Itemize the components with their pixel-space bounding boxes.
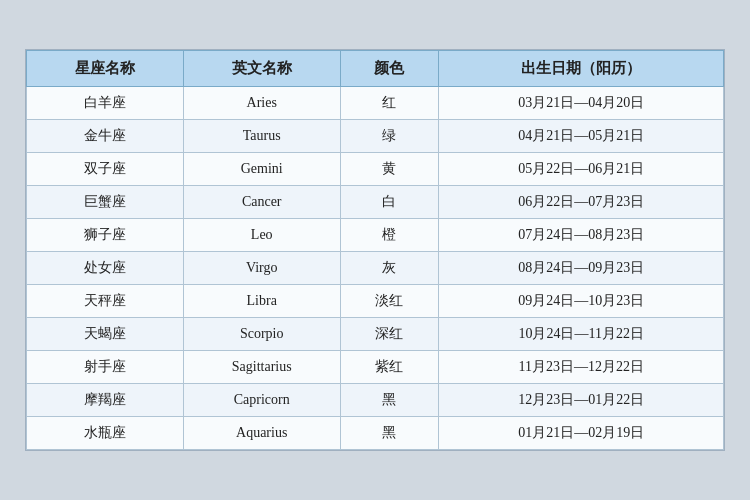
zodiac-table: 星座名称 英文名称 颜色 出生日期（阳历） 白羊座Aries红03月21日—04… [26,50,724,450]
cell-english: Aries [183,87,340,120]
cell-chinese: 双子座 [27,153,184,186]
cell-english: Cancer [183,186,340,219]
cell-dates: 04月21日—05月21日 [439,120,724,153]
col-header-dates: 出生日期（阳历） [439,51,724,87]
table-body: 白羊座Aries红03月21日—04月20日金牛座Taurus绿04月21日—0… [27,87,724,450]
cell-dates: 08月24日—09月23日 [439,252,724,285]
cell-color: 白 [340,186,439,219]
col-header-chinese: 星座名称 [27,51,184,87]
cell-color: 绿 [340,120,439,153]
cell-dates: 01月21日—02月19日 [439,417,724,450]
table-row: 水瓶座Aquarius黑01月21日—02月19日 [27,417,724,450]
cell-chinese: 巨蟹座 [27,186,184,219]
col-header-english: 英文名称 [183,51,340,87]
cell-dates: 05月22日—06月21日 [439,153,724,186]
cell-english: Leo [183,219,340,252]
cell-dates: 03月21日—04月20日 [439,87,724,120]
zodiac-table-container: 星座名称 英文名称 颜色 出生日期（阳历） 白羊座Aries红03月21日—04… [25,49,725,451]
cell-color: 深红 [340,318,439,351]
cell-color: 灰 [340,252,439,285]
cell-dates: 11月23日—12月22日 [439,351,724,384]
col-header-color: 颜色 [340,51,439,87]
cell-color: 黄 [340,153,439,186]
cell-color: 黑 [340,384,439,417]
cell-color: 淡红 [340,285,439,318]
table-row: 天蝎座Scorpio深红10月24日—11月22日 [27,318,724,351]
table-row: 巨蟹座Cancer白06月22日—07月23日 [27,186,724,219]
cell-dates: 12月23日—01月22日 [439,384,724,417]
cell-chinese: 水瓶座 [27,417,184,450]
cell-dates: 06月22日—07月23日 [439,186,724,219]
cell-color: 黑 [340,417,439,450]
cell-dates: 07月24日—08月23日 [439,219,724,252]
cell-chinese: 射手座 [27,351,184,384]
table-row: 金牛座Taurus绿04月21日—05月21日 [27,120,724,153]
table-row: 天秤座Libra淡红09月24日—10月23日 [27,285,724,318]
table-row: 白羊座Aries红03月21日—04月20日 [27,87,724,120]
cell-english: Gemini [183,153,340,186]
table-row: 处女座Virgo灰08月24日—09月23日 [27,252,724,285]
cell-dates: 10月24日—11月22日 [439,318,724,351]
table-row: 狮子座Leo橙07月24日—08月23日 [27,219,724,252]
cell-color: 红 [340,87,439,120]
cell-color: 橙 [340,219,439,252]
cell-english: Capricorn [183,384,340,417]
cell-english: Libra [183,285,340,318]
cell-english: Aquarius [183,417,340,450]
cell-chinese: 摩羯座 [27,384,184,417]
cell-english: Sagittarius [183,351,340,384]
cell-chinese: 金牛座 [27,120,184,153]
cell-chinese: 天蝎座 [27,318,184,351]
cell-color: 紫红 [340,351,439,384]
cell-dates: 09月24日—10月23日 [439,285,724,318]
table-row: 摩羯座Capricorn黑12月23日—01月22日 [27,384,724,417]
table-row: 射手座Sagittarius紫红11月23日—12月22日 [27,351,724,384]
table-header-row: 星座名称 英文名称 颜色 出生日期（阳历） [27,51,724,87]
cell-english: Taurus [183,120,340,153]
cell-chinese: 天秤座 [27,285,184,318]
cell-english: Scorpio [183,318,340,351]
table-row: 双子座Gemini黄05月22日—06月21日 [27,153,724,186]
cell-chinese: 狮子座 [27,219,184,252]
cell-english: Virgo [183,252,340,285]
cell-chinese: 处女座 [27,252,184,285]
cell-chinese: 白羊座 [27,87,184,120]
